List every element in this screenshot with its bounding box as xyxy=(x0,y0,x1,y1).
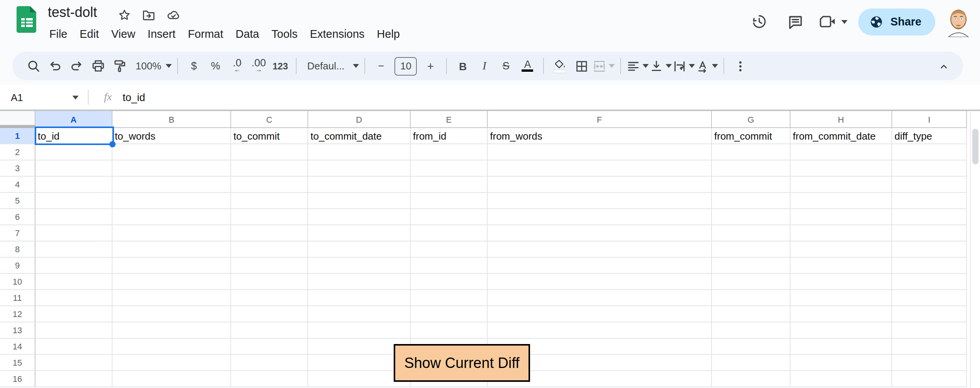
column-header-a[interactable]: A xyxy=(35,111,112,128)
cell-G8[interactable] xyxy=(712,241,790,258)
cell-A11[interactable] xyxy=(35,290,112,306)
cell-G14[interactable] xyxy=(712,339,790,355)
share-button[interactable]: Share xyxy=(858,8,935,35)
font-select[interactable]: Defaul... xyxy=(302,56,359,76)
cell-F12[interactable] xyxy=(488,306,712,322)
collapse-toolbar-button[interactable] xyxy=(933,56,954,76)
cell-C11[interactable] xyxy=(231,290,308,306)
column-header-i[interactable]: I xyxy=(892,111,967,128)
row-header-10[interactable]: 10 xyxy=(0,274,35,290)
cell-I5[interactable] xyxy=(892,193,967,209)
cell-F3[interactable] xyxy=(488,160,712,177)
row-header-7[interactable]: 7 xyxy=(0,225,35,241)
cell-G5[interactable] xyxy=(712,193,790,209)
vertical-scrollbar[interactable] xyxy=(972,129,978,164)
increase-font-size-button[interactable]: + xyxy=(420,56,441,76)
cell-I14[interactable] xyxy=(892,339,967,355)
cell-I8[interactable] xyxy=(892,241,967,258)
cell-H11[interactable] xyxy=(790,290,892,306)
menu-item-file[interactable]: File xyxy=(43,26,74,42)
cell-B10[interactable] xyxy=(112,274,231,290)
cell-G11[interactable] xyxy=(712,290,790,306)
cell-D3[interactable] xyxy=(308,160,411,177)
column-header-c[interactable]: C xyxy=(231,111,308,128)
cell-H5[interactable] xyxy=(790,193,892,209)
cell-B5[interactable] xyxy=(112,193,231,209)
cell-G6[interactable] xyxy=(712,209,790,225)
column-header-g[interactable]: G xyxy=(712,111,790,128)
cell-C16[interactable] xyxy=(231,371,308,387)
row-header-5[interactable]: 5 xyxy=(0,193,35,209)
menu-item-view[interactable]: View xyxy=(105,26,141,42)
cell-I10[interactable] xyxy=(892,274,967,290)
cell-I2[interactable] xyxy=(892,144,967,160)
column-header-h[interactable]: H xyxy=(790,111,892,128)
cell-B2[interactable] xyxy=(112,144,231,160)
zoom-select[interactable]: 100% xyxy=(131,56,172,76)
name-box[interactable]: A1 xyxy=(0,91,79,103)
column-header-f[interactable]: F xyxy=(488,111,712,128)
fill-handle[interactable] xyxy=(109,141,116,147)
cell-I7[interactable] xyxy=(892,225,967,241)
cell-C1[interactable]: to_commit xyxy=(231,128,308,144)
cell-A14[interactable] xyxy=(35,339,112,355)
cell-B16[interactable] xyxy=(112,371,231,387)
cell-D8[interactable] xyxy=(308,241,411,258)
menu-item-insert[interactable]: Insert xyxy=(141,26,182,42)
cell-D12[interactable] xyxy=(308,306,411,322)
text-wrapping-button[interactable] xyxy=(673,56,695,76)
cell-B9[interactable] xyxy=(112,258,231,274)
cell-C6[interactable] xyxy=(231,209,308,225)
cell-F6[interactable] xyxy=(488,209,712,225)
cell-C3[interactable] xyxy=(231,160,308,177)
cell-F10[interactable] xyxy=(488,274,712,290)
cell-H6[interactable] xyxy=(790,209,892,225)
cell-A2[interactable] xyxy=(35,144,112,160)
cell-G1[interactable]: from_commit xyxy=(712,128,790,144)
cell-H14[interactable] xyxy=(790,339,892,355)
text-color-button[interactable]: A xyxy=(517,56,538,76)
increase-decimal-button[interactable]: .00 → xyxy=(248,56,269,76)
row-header-2[interactable]: 2 xyxy=(0,144,35,160)
cell-C12[interactable] xyxy=(231,306,308,322)
cell-B11[interactable] xyxy=(112,290,231,306)
document-title[interactable]: test-dolt xyxy=(48,5,97,21)
horizontal-align-button[interactable] xyxy=(627,56,649,76)
cell-G10[interactable] xyxy=(712,274,790,290)
cell-I4[interactable] xyxy=(892,177,967,193)
cell-E13[interactable] xyxy=(411,322,488,339)
merge-cells-button[interactable] xyxy=(593,56,615,76)
vertical-align-button[interactable] xyxy=(650,56,672,76)
cell-H8[interactable] xyxy=(790,241,892,258)
move-folder-icon[interactable] xyxy=(142,8,156,22)
cell-A9[interactable] xyxy=(35,258,112,274)
cell-G12[interactable] xyxy=(712,306,790,322)
row-header-14[interactable]: 14 xyxy=(0,339,35,355)
cell-A16[interactable] xyxy=(35,371,112,387)
menu-item-extensions[interactable]: Extensions xyxy=(304,26,371,42)
cell-H13[interactable] xyxy=(790,322,892,339)
row-header-13[interactable]: 13 xyxy=(0,322,35,339)
row-header-16[interactable]: 16 xyxy=(0,371,35,387)
text-rotation-button[interactable] xyxy=(696,56,718,76)
cell-G2[interactable] xyxy=(712,144,790,160)
cell-H12[interactable] xyxy=(790,306,892,322)
cell-A10[interactable] xyxy=(35,274,112,290)
cell-A1[interactable]: to_id xyxy=(35,128,112,144)
cell-D4[interactable] xyxy=(308,177,411,193)
row-header-9[interactable]: 9 xyxy=(0,258,35,274)
cell-A6[interactable] xyxy=(35,209,112,225)
cell-D10[interactable] xyxy=(308,274,411,290)
cell-I11[interactable] xyxy=(892,290,967,306)
cell-E11[interactable] xyxy=(411,290,488,306)
cell-F7[interactable] xyxy=(488,225,712,241)
cell-F9[interactable] xyxy=(488,258,712,274)
cell-G4[interactable] xyxy=(712,177,790,193)
cell-I6[interactable] xyxy=(892,209,967,225)
cell-D1[interactable]: to_commit_date xyxy=(308,128,411,144)
format-percent-button[interactable]: % xyxy=(205,56,226,76)
cell-I13[interactable] xyxy=(892,322,967,339)
column-header-d[interactable]: D xyxy=(308,111,411,128)
cell-C13[interactable] xyxy=(231,322,308,339)
cell-C10[interactable] xyxy=(231,274,308,290)
